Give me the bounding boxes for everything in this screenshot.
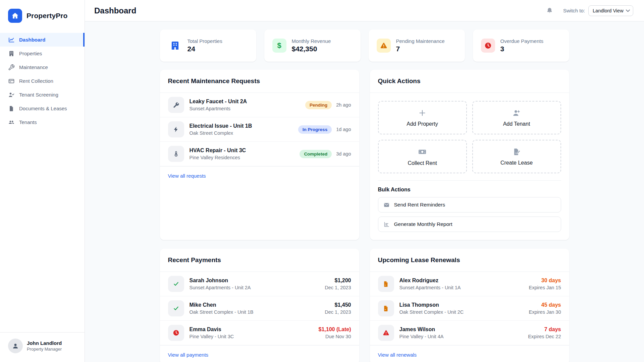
collect-rent-button[interactable]: Collect Rent: [378, 140, 467, 173]
app-name: PropertyPro: [26, 12, 67, 20]
payment-row: Sarah Johnson Sunset Apartments - Unit 2…: [160, 272, 359, 296]
bulk-action-label: Send Rent Reminders: [394, 202, 445, 208]
days-remaining: 30 days: [529, 278, 561, 284]
envelope-icon: [383, 202, 390, 208]
request-time: 2h ago: [336, 102, 351, 108]
bulk-actions-title: Bulk Actions: [378, 187, 561, 193]
sidebar-item-label: Properties: [19, 51, 42, 56]
sidebar-item-label: Tenants: [19, 119, 37, 125]
dashboard-content: Total Properties 24 $ Monthly Revenue $4…: [85, 21, 644, 362]
users-icon: [8, 119, 15, 126]
payment-row: Emma Davis Pine Valley - Unit 3C $1,100 …: [160, 321, 359, 345]
payer-name: Emma Davis: [190, 326, 313, 333]
lease-renewals-panel: Upcoming Lease Renewals Alex Rodriguez S…: [370, 249, 569, 362]
bulk-action-label: Generate Monthly Report: [394, 221, 452, 227]
sidebar-item-tenants[interactable]: Tenants: [0, 115, 85, 129]
generate-monthly-report-button[interactable]: Generate Monthly Report: [378, 217, 561, 232]
wrench-tools-icon: [8, 64, 15, 71]
sidebar-item-tenant-screening[interactable]: Tenant Screening: [0, 88, 85, 102]
request-time: 3d ago: [336, 151, 351, 157]
expiry-date: Expires Jan 30: [529, 309, 561, 315]
view-all-requests-link[interactable]: View all requests: [168, 173, 206, 179]
action-label: Collect Rent: [408, 160, 437, 166]
stat-value: 24: [187, 45, 222, 53]
payer-unit: Pine Valley - Unit 3C: [190, 334, 313, 339]
request-title: Electrical Issue - Unit 1B: [190, 123, 293, 129]
sidebar-item-label: Dashboard: [19, 37, 45, 43]
clock-icon: [168, 325, 184, 341]
stat-value: $42,350: [292, 45, 331, 53]
sidebar-item-documents-leases[interactable]: Documents & Leases: [0, 102, 85, 115]
create-lease-button[interactable]: Create Lease: [472, 140, 561, 173]
app-logo: PropertyPro: [0, 0, 85, 33]
sidebar-item-properties[interactable]: Properties: [0, 47, 85, 60]
tenant-unit: Oak Street Complex - Unit 2C: [399, 309, 524, 315]
expiry-date: Expires Jan 15: [529, 285, 561, 290]
maintenance-row: Leaky Faucet - Unit 2A Sunset Apartments…: [160, 93, 359, 117]
sidebar-item-label: Maintenance: [19, 64, 48, 70]
stat-label: Pending Maintenance: [396, 38, 445, 44]
request-title: HVAC Repair - Unit 3C: [190, 147, 294, 154]
lease-document-icon: [378, 276, 394, 292]
status-badge: Pending: [305, 101, 332, 109]
user-role: Property Manager: [27, 347, 62, 352]
stat-value: 3: [500, 45, 543, 53]
panel-title: Quick Actions: [378, 77, 561, 85]
payer-unit: Oak Street Complex - Unit 1B: [190, 309, 320, 315]
sidebar-item-maintenance[interactable]: Maintenance: [0, 60, 85, 74]
building-icon: [8, 50, 15, 57]
document-icon: [8, 105, 15, 112]
tenant-unit: Sunset Apartments - Unit 1A: [399, 285, 524, 290]
request-time: 1d ago: [336, 127, 351, 132]
user-plus-icon: [512, 109, 521, 117]
warning-triangle-icon: [378, 325, 394, 341]
recent-payments-panel: Recent Payments Sarah Johnson Sunset Apa…: [160, 249, 359, 362]
bolt-icon: [168, 121, 184, 137]
building-icon: [168, 39, 182, 53]
payment-date: Dec 1, 2023: [325, 285, 351, 290]
tenant-name: James Wilson: [399, 326, 523, 333]
view-switcher-select[interactable]: Landlord View: [588, 5, 633, 16]
maintenance-row: Electrical Issue - Unit 1B Oak Street Co…: [160, 117, 359, 142]
view-all-payments-link[interactable]: View all payments: [168, 352, 209, 358]
stat-label: Monthly Revenue: [292, 38, 331, 44]
request-property: Sunset Apartments: [190, 106, 300, 111]
send-rent-reminders-button[interactable]: Send Rent Reminders: [378, 197, 561, 213]
action-label: Add Property: [407, 121, 438, 127]
chart-line-icon: [8, 37, 15, 43]
expiry-date: Expires Dec 22: [528, 334, 561, 339]
renewal-row: James Wilson Pine Valley - Unit 4A 7 day…: [370, 321, 569, 345]
dollar-icon: $: [272, 39, 286, 53]
report-icon: [383, 221, 390, 228]
payment-amount: $1,100 (Late): [319, 326, 351, 333]
sidebar-item-dashboard[interactable]: Dashboard: [0, 33, 85, 47]
payment-row: Mike Chen Oak Street Complex - Unit 1B $…: [160, 296, 359, 321]
tenant-name: Lisa Thompson: [399, 302, 524, 308]
stat-card-monthly-revenue: $ Monthly Revenue $42,350: [264, 29, 361, 62]
tenant-name: Alex Rodriguez: [399, 278, 524, 284]
action-label: Add Tenant: [503, 121, 530, 127]
home-icon: [8, 9, 22, 23]
panel-title: Upcoming Lease Renewals: [378, 256, 561, 264]
stat-label: Total Properties: [187, 38, 222, 44]
sidebar-item-rent-collection[interactable]: Rent Collection: [0, 74, 85, 88]
request-title: Leaky Faucet - Unit 2A: [190, 99, 300, 105]
credit-card-icon: [8, 78, 15, 84]
clock-icon: [481, 39, 495, 53]
check-icon: [168, 300, 184, 316]
user-check-icon: [8, 92, 15, 98]
add-property-button[interactable]: Add Property: [378, 101, 467, 134]
view-all-renewals-link[interactable]: View all renewals: [378, 352, 417, 358]
topbar: Dashboard Switch to: Landlord View: [85, 0, 644, 21]
bell-icon[interactable]: [545, 6, 554, 15]
stat-card-pending-maintenance: Pending Maintenance 7: [369, 29, 465, 62]
sidebar-item-label: Documents & Leases: [19, 106, 67, 111]
maintenance-row: HVAC Repair - Unit 3C Pine Valley Reside…: [160, 142, 359, 166]
sidebar-user[interactable]: John Landlord Property Manager: [0, 332, 85, 362]
wrench-icon: [168, 97, 184, 113]
add-tenant-button[interactable]: Add Tenant: [472, 101, 561, 134]
stat-card-total-properties: Total Properties 24: [160, 29, 256, 62]
lease-document-icon: [378, 300, 394, 316]
recent-maintenance-panel: Recent Maintenance Requests Leaky Faucet…: [160, 70, 359, 240]
status-badge: Completed: [300, 150, 332, 158]
